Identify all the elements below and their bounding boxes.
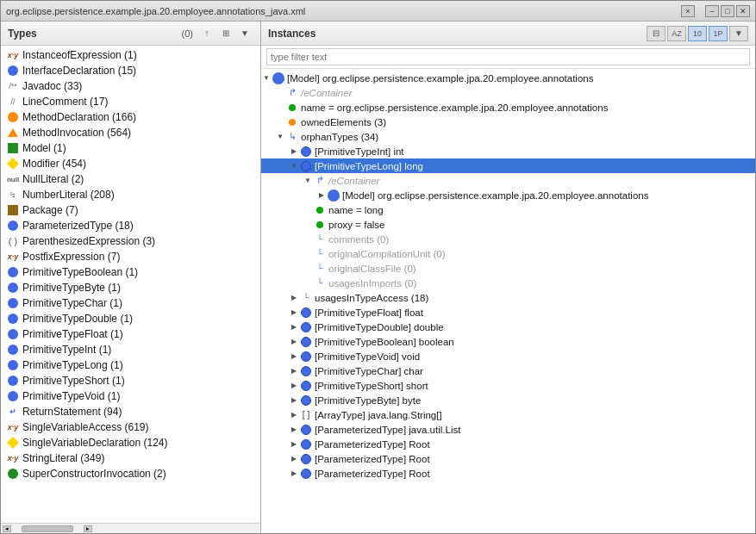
list-item[interactable]: PrimitiveTypeByte (1)	[1, 280, 260, 295]
close-tab-button[interactable]: ×	[681, 5, 695, 17]
ptype-tree-icon	[299, 379, 313, 393]
tree-item[interactable]: [PrimitiveTypeLong] long	[261, 158, 755, 173]
minimize-button[interactable]: –	[705, 5, 719, 17]
list-item[interactable]: PrimitiveTypeInt (1)	[1, 342, 260, 357]
tree-item[interactable]: [PrimitiveTypeInt] int	[261, 144, 755, 158]
instances-tree-container[interactable]: [Model] org.eclipse.persistence.example.…	[261, 69, 755, 533]
tree-item[interactable]: [PrimitiveTypeByte] byte	[261, 393, 755, 407]
list-item[interactable]: MethodInvocation (564)	[1, 125, 260, 140]
view-1p-button[interactable]: 1P	[709, 26, 728, 41]
list-item[interactable]: SingleVariableDeclaration (124)	[1, 435, 260, 450]
tree-toggle[interactable]	[289, 381, 299, 391]
tree-item[interactable]: [ParameterizedType] Root	[261, 466, 755, 481]
tree-toggle[interactable]	[289, 322, 299, 332]
list-item[interactable]: x·yStringLiteral (349)	[1, 450, 260, 466]
list-item[interactable]: InterfaceDeclaration (15)	[1, 63, 260, 78]
tree-toggle[interactable]	[289, 293, 299, 303]
list-item[interactable]: PrimitiveTypeFloat (1)	[1, 326, 260, 342]
tree-item[interactable]: [ ][ArrayType] java.lang.String[]	[261, 407, 755, 422]
list-item[interactable]: x·yInstanceofExpression (1)	[1, 47, 260, 63]
scroll-right-arrow[interactable]: ▸	[84, 525, 92, 532]
list-item[interactable]: Modifier (454)	[1, 156, 260, 171]
tree-item[interactable]: ↳orphanTypes (34)	[261, 129, 755, 144]
tree-item[interactable]: └usagesInImports (0)	[261, 276, 755, 290]
list-item[interactable]: nullNullLiteral (2)	[1, 171, 260, 187]
tree-toggle[interactable]	[316, 190, 327, 201]
list-item[interactable]: x·ySingleVariableAccess (619)	[1, 419, 260, 435]
instances-dropdown-button[interactable]: ▼	[729, 26, 748, 41]
instances-panel-title: Instances	[268, 28, 647, 40]
xy-icon: x·y	[6, 250, 20, 264]
tree-item[interactable]: [PrimitiveTypeBoolean] boolean	[261, 334, 755, 349]
list-item[interactable]: Package (7)	[1, 202, 260, 218]
tree-item[interactable]: [PrimitiveTypeVoid] void	[261, 349, 755, 363]
view-10-button[interactable]: 10	[688, 26, 707, 41]
list-item[interactable]: PrimitiveTypeLong (1)	[1, 357, 260, 373]
list-item[interactable]: Model (1)	[1, 140, 260, 156]
tree-toggle[interactable]	[275, 132, 285, 142]
tree-item[interactable]: └originalCompilationUnit (0)	[261, 246, 755, 261]
tree-item-label: originalClassFile (0)	[328, 264, 416, 274]
sort-asc-button[interactable]: ↑	[198, 26, 216, 41]
tree-toggle[interactable]	[289, 439, 299, 450]
tree-item[interactable]: name = long	[261, 202, 755, 217]
tree-item-label: proxy = false	[328, 220, 385, 230]
tree-item[interactable]: ↱/eContainer	[261, 85, 755, 100]
tree-item[interactable]: [ParameterizedType] Root	[261, 437, 755, 451]
types-dropdown-button[interactable]: ▼	[236, 26, 253, 41]
tree-toggle[interactable]	[289, 366, 299, 376]
tree-toggle[interactable]	[289, 337, 299, 347]
list-item[interactable]: ParameterizedType (18)	[1, 218, 260, 233]
list-item[interactable]: ↵ReturnStatement (94)	[1, 404, 260, 419]
tree-item[interactable]: [ParameterizedType] Root	[261, 451, 755, 466]
tree-item[interactable]: proxy = false	[261, 217, 755, 232]
list-item[interactable]: PrimitiveTypeVoid (1)	[1, 388, 260, 404]
list-item[interactable]: PrimitiveTypeDouble (1)	[1, 311, 260, 326]
list-item[interactable]: ¹₂NumberLiteral (208)	[1, 187, 260, 202]
tree-item[interactable]: [ParameterizedType] java.util.List	[261, 422, 755, 437]
tree-item[interactable]: └usagesInTypeAccess (18)	[261, 290, 755, 305]
collapse-all-button[interactable]: ⊟	[647, 26, 665, 41]
tree-item[interactable]: └originalClassFile (0)	[261, 261, 755, 276]
maximize-button[interactable]: □	[721, 5, 734, 17]
tree-item[interactable]: [PrimitiveTypeDouble] double	[261, 320, 755, 334]
tree-item[interactable]: [PrimitiveTypeShort] short	[261, 378, 755, 393]
tree-toggle[interactable]	[289, 146, 299, 157]
tree-toggle[interactable]	[289, 307, 299, 318]
list-item[interactable]: //LineComment (17)	[1, 94, 260, 109]
list-item[interactable]: PrimitiveTypeBoolean (1)	[1, 264, 260, 280]
list-item[interactable]: x·yPostfixExpression (7)	[1, 249, 260, 264]
tree-toggle[interactable]	[289, 454, 299, 464]
list-item[interactable]: /**Javadoc (33)	[1, 78, 260, 94]
tree-item-label: [PrimitiveTypeInt] int	[315, 146, 404, 157]
tree-item[interactable]: [Model] org.eclipse.persistence.example.…	[261, 71, 755, 85]
filter-input[interactable]	[266, 48, 750, 65]
tree-item[interactable]: [PrimitiveTypeFloat] float	[261, 305, 755, 320]
tree-item[interactable]: ownedElements (3)	[261, 115, 755, 129]
sort-az-button[interactable]: AZ	[667, 26, 686, 41]
list-item[interactable]: PrimitiveTypeShort (1)	[1, 373, 260, 388]
tree-item[interactable]: name = org.eclipse.persistence.example.j…	[261, 100, 755, 115]
tree-item[interactable]: [Model] org.eclipse.persistence.example.…	[261, 188, 755, 202]
list-item[interactable]: MethodDeclaration (166)	[1, 109, 260, 125]
h-scroll-thumb[interactable]	[22, 525, 73, 532]
tree-item[interactable]: └comments (0)	[261, 232, 755, 246]
tree-toggle[interactable]	[289, 351, 299, 362]
tree-toggle[interactable]	[289, 395, 299, 406]
sort-tree-button[interactable]: ⊞	[217, 26, 234, 41]
list-item[interactable]: SuperConstructorInvocation (2)	[1, 466, 260, 481]
tree-toggle[interactable]	[289, 469, 299, 479]
close-button[interactable]: ✕	[736, 5, 750, 17]
tree-toggle[interactable]	[303, 176, 313, 186]
tree-toggle[interactable]	[289, 425, 299, 435]
tree-toggle[interactable]	[289, 410, 299, 420]
list-item[interactable]: ( )ParenthesizedExpression (3)	[1, 233, 260, 249]
tree-toggle[interactable]	[289, 161, 299, 171]
list-item[interactable]: PrimitiveTypeChar (1)	[1, 295, 260, 311]
tree-item[interactable]: ↱/eContainer	[261, 173, 755, 188]
tree-toggle[interactable]	[261, 73, 272, 84]
types-horizontal-scrollbar[interactable]: ◂ ▸	[1, 523, 260, 533]
scroll-left-arrow[interactable]: ◂	[3, 525, 11, 532]
tree-item[interactable]: [PrimitiveTypeChar] char	[261, 363, 755, 378]
types-list-container[interactable]: x·yInstanceofExpression (1)InterfaceDecl…	[1, 46, 260, 523]
